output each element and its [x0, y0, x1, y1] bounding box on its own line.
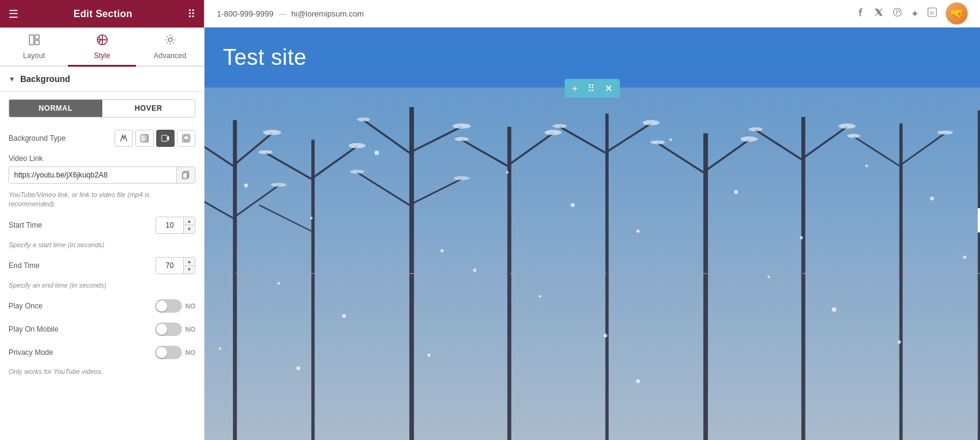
- move-section-btn[interactable]: ⠿: [585, 81, 597, 95]
- style-icon: [96, 34, 108, 49]
- play-on-mobile-toggle-wrap: NO: [155, 323, 196, 336]
- svg-rect-1: [35, 35, 39, 39]
- snow-scene-svg: [205, 88, 980, 440]
- hover-btn[interactable]: HOVER: [102, 100, 195, 117]
- tab-advanced-label: Advanced: [154, 51, 186, 60]
- play-once-knob: [156, 300, 167, 311]
- end-time-input[interactable]: [156, 259, 183, 272]
- panel-content: ▼ Background NORMAL HOVER Background Typ…: [0, 67, 204, 440]
- svg-point-73: [506, 171, 508, 174]
- svg-rect-22: [507, 127, 511, 440]
- svg-point-78: [800, 236, 803, 239]
- end-time-input-wrap: ▲ ▼: [156, 257, 195, 274]
- start-time-input[interactable]: [156, 218, 183, 232]
- svg-point-69: [244, 184, 247, 187]
- svg-point-65: [748, 127, 763, 131]
- svg-point-67: [847, 134, 860, 138]
- svg-point-70: [310, 217, 312, 219]
- svg-point-66: [839, 124, 856, 129]
- social-icons: P ✦ in 🤜: [856, 2, 968, 24]
- play-once-toggle[interactable]: [155, 299, 182, 313]
- hamburger-icon[interactable]: ☰: [9, 7, 18, 21]
- play-on-mobile-toggle-text: NO: [186, 326, 196, 333]
- add-section-btn[interactable]: +: [570, 82, 580, 95]
- privacy-mode-toggle[interactable]: [155, 346, 182, 359]
- advanced-icon: [164, 34, 176, 49]
- svg-point-9: [184, 140, 185, 141]
- play-once-row: Play Once NO: [0, 294, 204, 318]
- svg-point-71: [374, 151, 379, 155]
- svg-point-58: [454, 176, 470, 180]
- svg-point-80: [930, 196, 933, 200]
- svg-rect-19: [233, 120, 236, 440]
- svg-point-75: [636, 229, 639, 233]
- play-on-mobile-toggle[interactable]: [155, 323, 182, 336]
- svg-point-82: [342, 314, 345, 318]
- top-bar: 1-800-999-9999 — hi@loremipsum.com P ✦ i…: [205, 0, 980, 28]
- video-link-input-row: [9, 166, 195, 184]
- normal-btn[interactable]: NORMAL: [9, 100, 102, 117]
- end-time-down-btn[interactable]: ▼: [184, 266, 195, 274]
- section-toolbar-inner: + ⠿ ✕: [565, 79, 620, 98]
- video-link-hint: YouTube/Vimeo link, or link to video fil…: [0, 187, 204, 213]
- twitter-icon[interactable]: [874, 7, 884, 20]
- layout-icon: [28, 34, 40, 49]
- svg-point-50: [263, 130, 281, 135]
- video-link-section: Video Link: [0, 152, 204, 187]
- pinterest-icon[interactable]: P: [892, 7, 902, 20]
- svg-point-54: [349, 143, 366, 149]
- start-time-up-btn[interactable]: ▲: [184, 217, 195, 226]
- phone-number: 1-800-999-9999: [217, 9, 274, 18]
- svg-point-57: [350, 170, 364, 173]
- email-address: hi@loremipsum.com: [292, 9, 364, 18]
- svg-rect-24: [703, 133, 707, 440]
- tab-advanced[interactable]: Advanced: [136, 28, 204, 67]
- svg-point-63: [650, 140, 665, 144]
- svg-rect-27: [978, 110, 980, 440]
- user-avatar[interactable]: 🤜: [946, 2, 968, 24]
- end-time-up-btn[interactable]: ▲: [184, 258, 195, 266]
- bg-type-slideshow-btn[interactable]: [177, 130, 195, 147]
- privacy-mode-hint: Only works for YouTube videos.: [0, 364, 204, 380]
- svg-rect-0: [29, 35, 34, 45]
- bg-type-video-btn[interactable]: [156, 130, 175, 147]
- svg-point-55: [357, 117, 370, 121]
- svg-point-52: [271, 183, 287, 187]
- grid-icon[interactable]: ⠿: [187, 7, 195, 21]
- svg-point-61: [552, 124, 567, 128]
- canvas-content: [205, 88, 980, 440]
- play-on-mobile-row: Play On Mobile NO: [0, 318, 204, 341]
- svg-point-76: [669, 138, 672, 141]
- svg-point-53: [258, 150, 273, 154]
- video-link-input[interactable]: [9, 167, 176, 183]
- tab-layout[interactable]: Layout: [0, 28, 68, 67]
- tab-style[interactable]: Style: [68, 28, 136, 67]
- svg-rect-13: [183, 173, 187, 179]
- background-section-header[interactable]: ▼ Background: [0, 67, 204, 92]
- svg-point-89: [219, 348, 221, 350]
- yelp-icon[interactable]: ✦: [911, 8, 919, 20]
- facebook-icon[interactable]: [856, 7, 865, 20]
- play-once-toggle-wrap: NO: [155, 299, 196, 313]
- svg-rect-5: [141, 135, 148, 142]
- left-panel: ☰ Edit Section ⠿ Layout Style Advanced: [0, 0, 205, 440]
- play-once-toggle-text: NO: [186, 302, 196, 310]
- background-label: Background: [20, 74, 70, 84]
- end-time-row: End Time ▲ ▼: [0, 253, 204, 278]
- bg-type-color-btn[interactable]: [115, 130, 133, 147]
- svg-point-77: [734, 190, 737, 193]
- svg-point-92: [636, 379, 639, 383]
- background-type-row: Background Type: [0, 125, 204, 152]
- close-section-btn[interactable]: ✕: [602, 81, 615, 95]
- linkedin-icon[interactable]: in: [927, 7, 937, 20]
- start-time-label: Start Time: [9, 221, 156, 229]
- contact-divider: —: [279, 9, 287, 18]
- start-time-down-btn[interactable]: ▼: [184, 225, 195, 233]
- svg-point-86: [767, 275, 770, 278]
- video-link-paste-btn[interactable]: [176, 167, 195, 183]
- svg-rect-20: [311, 140, 314, 440]
- svg-rect-18: [205, 88, 980, 440]
- tabs-row: Layout Style Advanced: [0, 28, 204, 67]
- svg-point-11: [187, 140, 189, 141]
- bg-type-gradient-btn[interactable]: [135, 130, 154, 147]
